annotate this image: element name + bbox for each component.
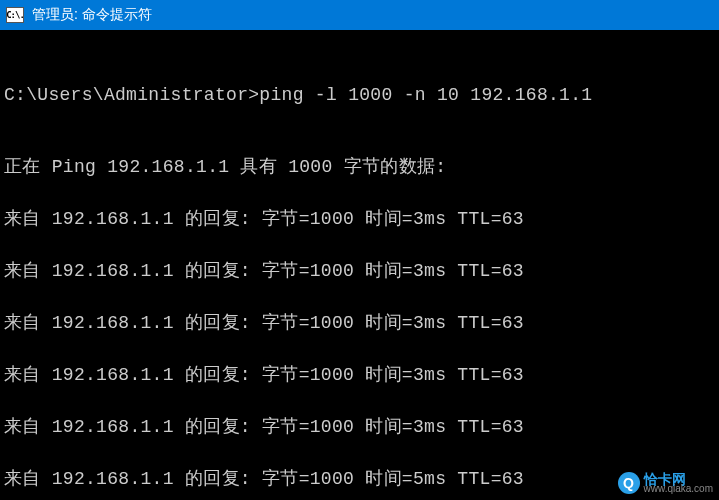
terminal-output[interactable]: C:\Users\Administrator>ping -l 1000 -n 1… (0, 30, 719, 500)
watermark-icon: Q (618, 472, 640, 494)
ping-reply: 来自 192.168.1.1 的回复: 字节=1000 时间=3ms TTL=6… (4, 362, 715, 388)
window-title: 管理员: 命令提示符 (32, 6, 152, 24)
command-prompt-window: C:\. 管理员: 命令提示符 C:\Users\Administrator>p… (0, 0, 719, 500)
watermark-url: www.qiaka.com (644, 484, 713, 494)
ping-reply: 来自 192.168.1.1 的回复: 字节=1000 时间=3ms TTL=6… (4, 310, 715, 336)
pinging-header: 正在 Ping 192.168.1.1 具有 1000 字节的数据: (4, 154, 715, 180)
cmd-icon: C:\. (6, 7, 24, 23)
watermark: Q 恰卡网 www.qiaka.com (618, 472, 713, 494)
ping-reply: 来自 192.168.1.1 的回复: 字节=1000 时间=3ms TTL=6… (4, 258, 715, 284)
prompt-line: C:\Users\Administrator>ping -l 1000 -n 1… (4, 82, 715, 108)
ping-reply: 来自 192.168.1.1 的回复: 字节=1000 时间=5ms TTL=6… (4, 466, 715, 492)
titlebar[interactable]: C:\. 管理员: 命令提示符 (0, 0, 719, 30)
ping-reply: 来自 192.168.1.1 的回复: 字节=1000 时间=3ms TTL=6… (4, 414, 715, 440)
ping-reply: 来自 192.168.1.1 的回复: 字节=1000 时间=3ms TTL=6… (4, 206, 715, 232)
